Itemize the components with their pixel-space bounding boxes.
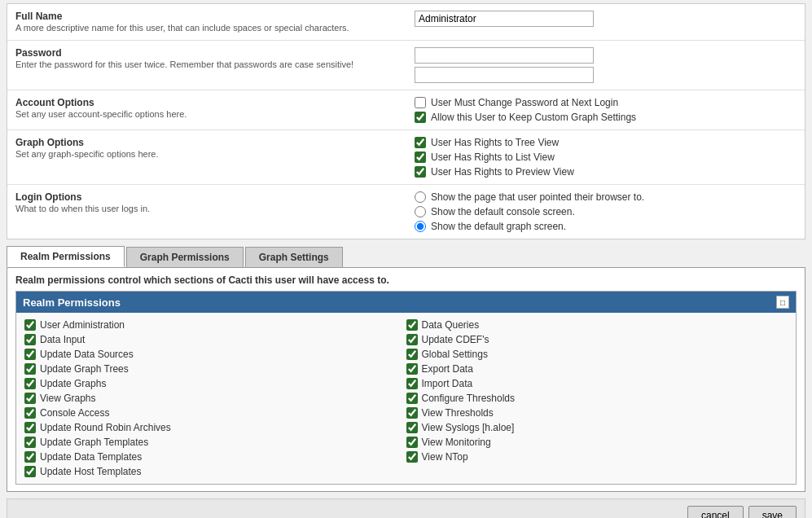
update-graph-templates-label: Update Graph Templates	[40, 437, 148, 448]
list-item: Update Data Templates	[24, 451, 406, 463]
login-page-radio[interactable]	[415, 191, 426, 203]
preview-view-checkbox[interactable]	[415, 166, 426, 178]
list-view-label: User Has Rights to List View	[431, 151, 555, 163]
login-options-row: Login Options What to do when this user …	[7, 185, 805, 239]
tree-view-checkbox[interactable]	[415, 137, 426, 148]
console-access-checkbox[interactable]	[24, 407, 36, 419]
list-item: Update Graphs	[24, 378, 406, 389]
export-data-checkbox[interactable]	[406, 363, 418, 375]
must-change-pw-label: User Must Change Password at Next Login	[431, 97, 618, 108]
must-change-pw-checkbox[interactable]	[415, 97, 426, 108]
view-graphs-label: View Graphs	[40, 393, 95, 404]
full-name-desc: A more descriptive name for this user, t…	[15, 23, 349, 33]
data-input-label: Data Input	[40, 334, 85, 345]
update-cdefs-label: Update CDEF's	[422, 334, 489, 345]
view-syslogs-label: View Syslogs [h.aloe]	[422, 422, 515, 433]
tree-view-row: User Has Rights to Tree View	[415, 137, 797, 148]
data-queries-label: Data Queries	[422, 319, 480, 331]
list-item: Import Data	[406, 378, 788, 389]
tab-graph-permissions[interactable]: Graph Permissions	[126, 247, 244, 267]
configure-thresholds-checkbox[interactable]	[406, 393, 418, 404]
update-graph-templates-checkbox[interactable]	[24, 437, 36, 448]
view-monitoring-label: View Monitoring	[422, 437, 491, 448]
update-round-robin-checkbox[interactable]	[24, 422, 36, 433]
graph-options-label: Graph Options	[15, 137, 415, 148]
keep-custom-checkbox[interactable]	[415, 112, 426, 123]
update-cdefs-checkbox[interactable]	[406, 334, 418, 345]
import-data-checkbox[interactable]	[406, 378, 418, 389]
update-graphs-checkbox[interactable]	[24, 378, 36, 389]
view-thresholds-label: View Thresholds	[422, 407, 494, 419]
user-admin-label: User Administration	[40, 319, 125, 331]
full-name-control	[415, 11, 797, 27]
export-data-label: Export Data	[422, 363, 473, 375]
realm-panel-title: Realm Permissions	[23, 296, 121, 309]
update-data-sources-checkbox[interactable]	[24, 349, 36, 360]
list-item: View Syslogs [h.aloe]	[406, 422, 788, 433]
list-item: Data Queries	[406, 319, 788, 331]
login-page-row: Show the page that user pointed their br…	[415, 191, 797, 203]
view-graphs-checkbox[interactable]	[24, 393, 36, 404]
password-row: Password Enter the password for this use…	[7, 41, 805, 90]
list-item: Console Access	[24, 407, 406, 419]
full-name-row: Full Name A more descriptive name for th…	[7, 4, 805, 41]
password-desc: Enter the password for this user twice. …	[15, 59, 353, 69]
user-admin-checkbox[interactable]	[24, 319, 36, 331]
login-console-label: Show the default console screen.	[431, 206, 575, 217]
list-item: Update Round Robin Archives	[24, 422, 406, 433]
password-input-1[interactable]	[415, 47, 594, 64]
view-syslogs-checkbox[interactable]	[406, 422, 418, 433]
footer-bar: cancel save	[7, 498, 805, 518]
graph-options-control: User Has Rights to Tree View User Has Ri…	[415, 137, 797, 178]
password-input-2[interactable]	[415, 67, 594, 83]
view-thresholds-checkbox[interactable]	[406, 407, 418, 419]
account-options-label-col: Account Options Set any user account-spe…	[15, 97, 415, 120]
data-input-checkbox[interactable]	[24, 334, 36, 345]
global-settings-label: Global Settings	[422, 349, 488, 360]
full-name-label-col: Full Name A more descriptive name for th…	[15, 11, 415, 33]
login-graph-label: Show the default graph screen.	[431, 221, 566, 232]
account-options-row: Account Options Set any user account-spe…	[7, 90, 805, 130]
login-graph-radio[interactable]	[415, 221, 426, 232]
save-button[interactable]: save	[748, 506, 797, 518]
full-name-input[interactable]	[415, 11, 594, 27]
list-item: Update Graph Templates	[24, 437, 406, 448]
graph-options-label-col: Graph Options Set any graph-specific opt…	[15, 137, 415, 160]
view-ntop-label: View NTop	[422, 451, 468, 463]
update-data-templates-checkbox[interactable]	[24, 451, 36, 463]
password-label-col: Password Enter the password for this use…	[15, 47, 415, 70]
must-change-pw-row: User Must Change Password at Next Login	[415, 97, 797, 108]
login-options-desc: What to do when this user logs in.	[15, 204, 150, 213]
list-item: View NTop	[406, 451, 788, 463]
update-graph-trees-checkbox[interactable]	[24, 363, 36, 375]
login-console-radio[interactable]	[415, 206, 426, 217]
collapse-button[interactable]: □	[776, 296, 789, 309]
realm-cols: User Administration Data Input Update Da…	[24, 319, 788, 477]
list-view-row: User Has Rights to List View	[415, 151, 797, 163]
update-graphs-label: Update Graphs	[40, 378, 106, 389]
account-options-label: Account Options	[15, 97, 415, 108]
login-options-label-col: Login Options What to do when this user …	[15, 191, 415, 214]
preview-view-label: User Has Rights to Preview View	[431, 166, 574, 178]
update-host-templates-checkbox[interactable]	[24, 466, 36, 477]
list-item: View Monitoring	[406, 437, 788, 448]
realm-desc: Realm permissions control which sections…	[15, 274, 797, 286]
tab-graph-settings[interactable]: Graph Settings	[245, 247, 343, 267]
tab-realm-permissions[interactable]: Realm Permissions	[7, 246, 125, 267]
import-data-label: Import Data	[422, 378, 473, 389]
view-ntop-checkbox[interactable]	[406, 451, 418, 463]
update-host-templates-label: Update Host Templates	[40, 466, 142, 477]
view-monitoring-checkbox[interactable]	[406, 437, 418, 448]
preview-view-row: User Has Rights to Preview View	[415, 166, 797, 178]
login-graph-row: Show the default graph screen.	[415, 221, 797, 232]
list-item: Global Settings	[406, 349, 788, 360]
data-queries-checkbox[interactable]	[406, 319, 418, 331]
tabs-bar: Realm Permissions Graph Permissions Grap…	[7, 246, 805, 267]
tab-content-realm: Realm permissions control which sections…	[7, 267, 805, 492]
page-wrapper: Full Name A more descriptive name for th…	[0, 3, 812, 518]
list-view-checkbox[interactable]	[415, 151, 426, 163]
account-options-desc: Set any user account-specific options he…	[15, 109, 187, 119]
list-item: Data Input	[24, 334, 406, 345]
global-settings-checkbox[interactable]	[406, 349, 418, 360]
cancel-button[interactable]: cancel	[687, 506, 744, 518]
